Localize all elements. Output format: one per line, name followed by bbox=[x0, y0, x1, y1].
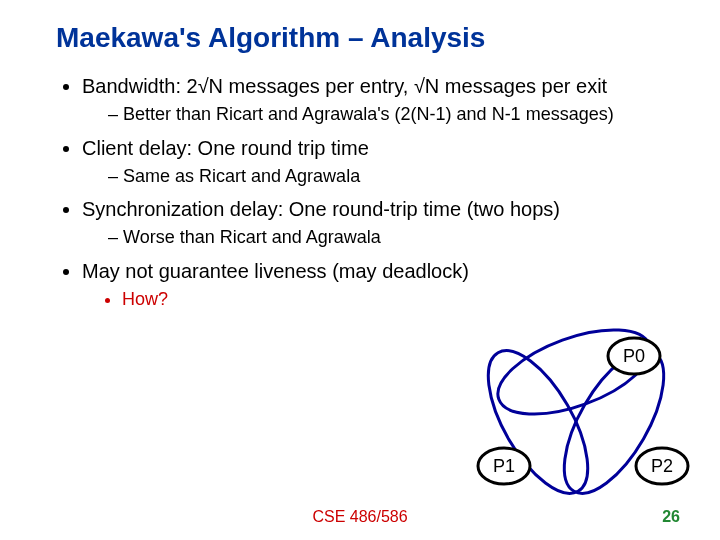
sub-list: Better than Ricart and Agrawala's (2(N-1… bbox=[82, 103, 680, 126]
sub-bullet-list: How? bbox=[82, 288, 680, 311]
sub-list: Same as Ricart and Agrawala bbox=[82, 165, 680, 188]
bullet-liveness: May not guarantee liveness (may deadlock… bbox=[82, 259, 680, 311]
p1-label: P1 bbox=[493, 456, 515, 476]
bullet-text: Synchronization delay: One round-trip ti… bbox=[82, 198, 560, 220]
sub-list: Worse than Ricart and Agrawala bbox=[82, 226, 680, 249]
sub-bullet-how: How? bbox=[122, 288, 680, 311]
diagram-svg: P0 P1 P2 bbox=[464, 326, 684, 496]
footer-course: CSE 486/586 bbox=[0, 508, 720, 526]
bullet-list: Bandwidth: 2√N messages per entry, √N me… bbox=[56, 74, 680, 310]
bullet-text: May not guarantee liveness (may deadlock… bbox=[82, 260, 469, 282]
sub-bullet: Better than Ricart and Agrawala's (2(N-1… bbox=[108, 103, 680, 126]
p2-label: P2 bbox=[651, 456, 673, 476]
quorum-diagram: P0 P1 P2 bbox=[464, 326, 684, 496]
bullet-text: Bandwidth: 2√N messages per entry, √N me… bbox=[82, 75, 607, 97]
bullet-sync-delay: Synchronization delay: One round-trip ti… bbox=[82, 197, 680, 249]
bullet-client-delay: Client delay: One round trip time Same a… bbox=[82, 136, 680, 188]
bullet-text: Client delay: One round trip time bbox=[82, 137, 369, 159]
slide: Maekawa's Algorithm – Analysis Bandwidth… bbox=[0, 0, 720, 540]
footer-page-number: 26 bbox=[662, 508, 680, 526]
sub-bullet: Same as Ricart and Agrawala bbox=[108, 165, 680, 188]
p0-label: P0 bbox=[623, 346, 645, 366]
bullet-bandwidth: Bandwidth: 2√N messages per entry, √N me… bbox=[82, 74, 680, 126]
sub-bullet: Worse than Ricart and Agrawala bbox=[108, 226, 680, 249]
page-title: Maekawa's Algorithm – Analysis bbox=[56, 22, 680, 54]
